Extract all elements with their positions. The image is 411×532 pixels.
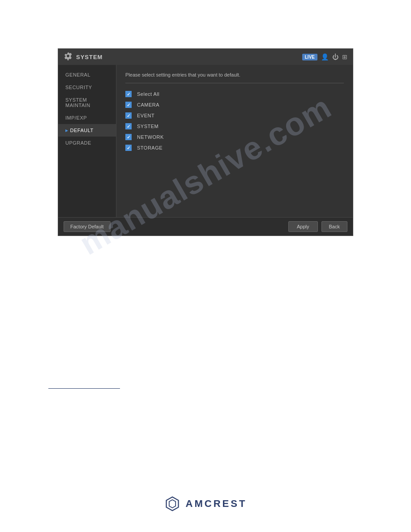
content-area: GENERAL SECURITY SYSTEM MAINTAIN IMP/EXP… (58, 65, 353, 217)
checkbox-label-event: EVENT (137, 113, 154, 118)
checkbox-event[interactable] (125, 112, 132, 119)
user-icon[interactable]: 👤 (321, 53, 329, 60)
checkbox-label-camera: CAMERA (137, 102, 159, 107)
ui-panel: SYSTEM LIVE 👤 ⏻ ⊞ GENERAL SECURITY SYSTE (58, 48, 353, 236)
checkbox-label-system: SYSTEM (137, 124, 158, 129)
checkbox-system[interactable] (125, 123, 132, 129)
apply-button[interactable]: Apply (288, 221, 318, 232)
checkbox-label-select-all: Select All (137, 91, 159, 97)
grid-icon[interactable]: ⊞ (342, 53, 347, 60)
sidebar-item-imp-exp[interactable]: IMP/EXP (58, 112, 116, 124)
sidebar-item-default[interactable]: DEFAULT (58, 124, 116, 137)
gear-icon (64, 51, 73, 62)
checkbox-row-network: NETWORK (125, 132, 344, 142)
action-buttons: Apply Back (288, 221, 347, 232)
description-text: Please select setting entries that you w… (125, 72, 344, 83)
live-badge: LIVE (302, 54, 317, 60)
logout-icon[interactable]: ⏻ (332, 53, 338, 60)
checkbox-network[interactable] (125, 134, 132, 140)
header-bar: SYSTEM LIVE 👤 ⏻ ⊞ (58, 49, 353, 65)
amcrest-logo-text: AMCREST (186, 498, 247, 510)
checkbox-label-network: NETWORK (137, 134, 164, 140)
amcrest-logo-icon (164, 496, 180, 512)
bottom-bar: Factory Default Apply Back (58, 217, 353, 236)
checkbox-row-system: SYSTEM (125, 121, 344, 132)
back-button[interactable]: Back (321, 221, 347, 232)
sidebar: GENERAL SECURITY SYSTEM MAINTAIN IMP/EXP… (58, 65, 116, 217)
checkbox-row-event: EVENT (125, 110, 344, 121)
header-right: LIVE 👤 ⏻ ⊞ (302, 53, 347, 60)
checkbox-storage[interactable] (125, 145, 132, 151)
checkbox-row-select-all: Select All (125, 89, 344, 99)
checkbox-select-all[interactable] (125, 91, 132, 97)
sidebar-item-general[interactable]: GENERAL (58, 69, 116, 81)
sidebar-item-upgrade[interactable]: UPGRADE (58, 137, 116, 149)
factory-default-button[interactable]: Factory Default (64, 221, 111, 232)
logo-section: AMCREST (164, 496, 247, 512)
sidebar-item-system-maintain[interactable]: SYSTEM MAINTAIN (58, 94, 116, 112)
main-content: Please select setting entries that you w… (116, 65, 353, 217)
checkbox-row-camera: CAMERA (125, 99, 344, 110)
sidebar-item-security[interactable]: SECURITY (58, 81, 116, 94)
checkbox-row-storage: STORAGE (125, 142, 344, 153)
header-left: SYSTEM (64, 51, 103, 62)
header-title: SYSTEM (76, 54, 103, 60)
checkbox-camera[interactable] (125, 102, 132, 108)
checkbox-label-storage: STORAGE (137, 145, 163, 150)
bottom-line (48, 388, 120, 389)
